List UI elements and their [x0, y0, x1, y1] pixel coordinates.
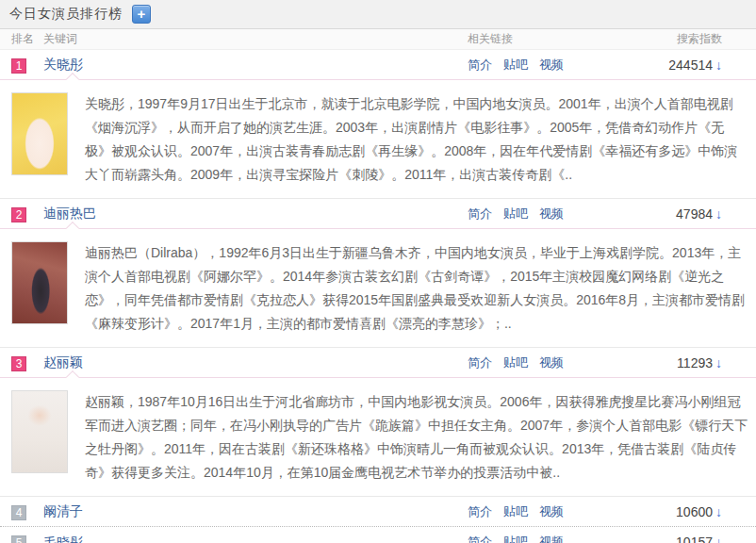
tieba-link[interactable]: 贴吧 [503, 503, 528, 520]
table-row[interactable]: 1 关晓彤 简介 贴吧 视频 244514↓ [0, 50, 756, 80]
search-index-value: 11293 [677, 355, 713, 370]
related-links-cell: 简介 贴吧 视频 [454, 534, 596, 543]
table-row[interactable]: 3 赵丽颖 简介 贴吧 视频 11293↓ [0, 348, 756, 378]
rank-badge: 3 [11, 356, 26, 371]
rank-cell: 3 [0, 354, 43, 371]
tieba-link[interactable]: 贴吧 [503, 354, 528, 371]
actress-name-link[interactable]: 关晓彤 [43, 57, 83, 72]
search-index-value: 47984 [676, 206, 713, 222]
search-index-cell: 11293↓ [596, 355, 756, 370]
name-cell: 毛晓彤 [43, 534, 454, 543]
table-header: 排名 关键词 相关链接 搜索指数 [0, 28, 756, 50]
table-row[interactable]: 2 迪丽热巴 简介 贴吧 视频 47984↓ [0, 199, 756, 229]
video-link[interactable]: 视频 [539, 503, 564, 520]
entry-detail-panel: 赵丽颖，1987年10月16日出生于河北省廊坊市，中国内地影视女演员。2006年… [0, 378, 756, 497]
related-links-cell: 简介 贴吧 视频 [454, 206, 596, 222]
rank-cell: 5 [0, 534, 43, 543]
actress-bio-text: 赵丽颖，1987年10月16日出生于河北省廊坊市，中国内地影视女演员。2006年… [85, 390, 750, 485]
trend-down-icon: ↓ [715, 504, 722, 519]
table-row[interactable]: 5 毛晓彤 简介 贴吧 视频 10157↓ [0, 527, 756, 543]
trend-down-icon: ↓ [715, 58, 722, 73]
table-row[interactable]: 4 阚清子 简介 贴吧 视频 10600↓ [0, 497, 756, 527]
video-link[interactable]: 视频 [539, 354, 564, 371]
tieba-link[interactable]: 贴吧 [503, 206, 528, 222]
name-cell: 关晓彤 [43, 56, 454, 74]
search-index-cell: 10600↓ [596, 504, 756, 519]
title-bar: 今日女演员排行榜 + [0, 0, 756, 28]
column-header-related-links: 相关链接 [454, 31, 596, 47]
intro-link[interactable]: 简介 [468, 503, 492, 520]
actress-photo-thumbnail[interactable] [11, 390, 68, 473]
search-index-value: 244514 [668, 58, 713, 73]
actress-photo-thumbnail[interactable] [11, 241, 68, 324]
rank-cell: 4 [0, 503, 43, 520]
search-index-value: 10600 [676, 504, 713, 519]
intro-link[interactable]: 简介 [468, 206, 492, 222]
search-index-value: 10157 [676, 535, 713, 543]
rank-cell: 1 [0, 57, 43, 74]
add-to-favorites-button[interactable]: + [132, 5, 151, 24]
video-link[interactable]: 视频 [539, 206, 564, 222]
search-index-cell: 47984↓ [596, 206, 756, 222]
related-links-cell: 简介 贴吧 视频 [454, 503, 596, 520]
plus-icon: + [138, 6, 146, 22]
search-index-cell: 244514↓ [596, 58, 756, 73]
entry-detail-panel: 迪丽热巴（Dilraba），1992年6月3日出生于新疆乌鲁木齐，中国内地女演员… [0, 229, 756, 348]
rank-cell: 2 [0, 206, 43, 222]
rank-badge: 4 [11, 505, 26, 520]
video-link[interactable]: 视频 [539, 534, 564, 543]
name-cell: 迪丽热巴 [43, 205, 454, 222]
page-title: 今日女演员排行榜 [9, 6, 123, 23]
name-cell: 阚清子 [43, 502, 454, 520]
entry-detail-panel: 关晓彤，1997年9月17日出生于北京市，就读于北京电影学院，中国内地女演员。2… [0, 80, 756, 199]
intro-link[interactable]: 简介 [468, 534, 492, 543]
video-link[interactable]: 视频 [539, 57, 564, 74]
intro-link[interactable]: 简介 [468, 57, 492, 74]
actress-name-link[interactable]: 迪丽热巴 [43, 206, 96, 221]
name-cell: 赵丽颖 [43, 354, 454, 371]
related-links-cell: 简介 贴吧 视频 [454, 354, 596, 371]
search-index-cell: 10157↓ [596, 535, 756, 543]
rank-badge: 5 [11, 535, 26, 543]
trend-down-icon: ↓ [715, 355, 722, 370]
actress-photo-thumbnail[interactable] [11, 92, 68, 175]
trend-down-icon: ↓ [715, 535, 722, 543]
column-header-keyword: 关键词 [43, 31, 454, 47]
tieba-link[interactable]: 贴吧 [503, 534, 528, 543]
actress-name-link[interactable]: 阚清子 [43, 503, 83, 518]
rank-badge: 2 [11, 207, 26, 222]
column-header-search-index: 搜索指数 [596, 31, 756, 47]
actress-bio-text: 关晓彤，1997年9月17日出生于北京市，就读于北京电影学院，中国内地女演员。2… [85, 92, 750, 187]
rank-badge: 1 [11, 58, 26, 74]
column-header-rank: 排名 [0, 31, 43, 47]
tieba-link[interactable]: 贴吧 [503, 57, 528, 74]
related-links-cell: 简介 贴吧 视频 [454, 57, 596, 74]
intro-link[interactable]: 简介 [468, 354, 492, 371]
actress-name-link[interactable]: 赵丽颖 [43, 354, 83, 370]
trend-down-icon: ↓ [715, 206, 722, 222]
actress-name-link[interactable]: 毛晓彤 [43, 535, 83, 543]
actress-bio-text: 迪丽热巴（Dilraba），1992年6月3日出生于新疆乌鲁木齐，中国内地女演员… [85, 241, 750, 336]
